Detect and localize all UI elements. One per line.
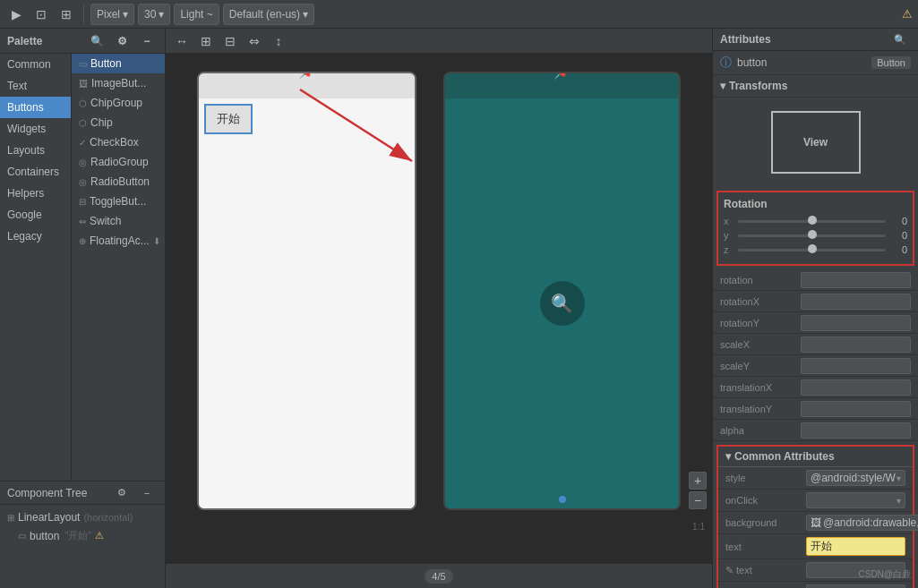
search-circle: 🔍 — [540, 281, 585, 326]
onclick-dropdown-icon[interactable]: ▾ — [897, 496, 901, 506]
view-box: View — [771, 111, 861, 174]
transforms-collapse-icon[interactable]: ▾ — [720, 80, 725, 92]
attr-rotationY: rotationY — [713, 312, 918, 334]
left-panel: Palette 🔍 ⚙ − Common Text Buttons Widget… — [0, 29, 166, 588]
design-tool-3[interactable]: ⊟ — [219, 30, 241, 52]
attr-info-icon[interactable]: ⓘ — [720, 55, 732, 71]
attr-scaleX-value[interactable] — [801, 337, 911, 353]
palette-list: Common Text Buttons Widgets Layouts Cont… — [0, 54, 165, 481]
rotation-y-row: y 0 — [724, 230, 907, 241]
chipgroup-icon: ⬡ — [79, 98, 87, 108]
cat-helpers[interactable]: Helpers — [0, 183, 71, 204]
preview-button[interactable]: 开始 — [206, 106, 251, 132]
zoom-in-btn[interactable]: + — [689, 472, 707, 490]
attr-onclick-value[interactable]: ▾ — [806, 492, 905, 508]
attr-rotationX: rotationX — [713, 291, 918, 312]
tree-linearlayout[interactable]: ⊞ LinearLayout (horizontal) — [0, 508, 165, 526]
tree-settings-icon[interactable]: ⚙ — [111, 482, 133, 504]
view-preview: View — [713, 98, 918, 187]
item-button[interactable]: ▭ Button — [72, 54, 165, 73]
style-dropdown-icon[interactable]: ▾ — [897, 473, 901, 483]
sep1 — [83, 5, 84, 23]
design-tool-4[interactable]: ⇔ — [244, 30, 265, 52]
tree-button[interactable]: ▭ button "开始" ⚠ — [0, 526, 165, 545]
attr-onclick: onClick ▾ — [718, 490, 913, 512]
zoom-out-btn[interactable]: − — [689, 491, 707, 509]
linearlayout-icon: ⊞ — [7, 513, 14, 523]
attr-rotationY-value[interactable] — [801, 315, 911, 331]
attr-search-icon[interactable]: 🔍 — [889, 29, 911, 50]
attr-alpha-value[interactable] — [801, 422, 911, 439]
design-tool-5[interactable]: ↕ — [268, 30, 289, 52]
rotation-z-row: z 0 — [724, 244, 907, 255]
attr-translationY-value[interactable] — [801, 401, 911, 417]
top-toolbar: ▶ ⊡ ⊞ Pixel ▾ 30 ▾ Light ~ Default (en-u… — [0, 0, 918, 29]
imagebutton-icon: 🖼 — [79, 79, 88, 89]
zoom-dropdown[interactable]: 30 ▾ — [138, 4, 170, 25]
theme-dropdown[interactable]: Light ~ — [174, 4, 219, 25]
cat-layouts[interactable]: Layouts — [0, 140, 71, 161]
attr-text-value[interactable]: 开始 — [806, 537, 905, 556]
item-chip[interactable]: ⬡ Chip — [72, 113, 165, 132]
attr-rotationX-value[interactable] — [801, 294, 911, 310]
transforms-header: ▾ Transforms — [713, 75, 918, 98]
cat-containers[interactable]: Containers — [0, 161, 71, 183]
palette-header: Palette 🔍 ⚙ − — [0, 29, 165, 54]
pin-icon: 📌 — [298, 72, 316, 80]
attr-rotation-value[interactable] — [801, 272, 911, 288]
palette-settings-icon[interactable]: ⚙ — [111, 30, 133, 52]
item-togglebutton[interactable]: ⊟ ToggleBut... — [72, 192, 165, 211]
attr-contentdesc-value[interactable] — [806, 584, 905, 588]
attr-background-value[interactable]: 🖼 @android:drawable, — [806, 515, 918, 531]
phone-preview-dark: 📌 🔍 — [443, 72, 681, 510]
cat-buttons[interactable]: Buttons — [0, 97, 71, 118]
attr-translationX-value[interactable] — [801, 379, 911, 396]
background-img-icon: 🖼 — [811, 516, 821, 529]
item-radiogroup[interactable]: ◎ RadioGroup — [72, 152, 165, 172]
cat-text[interactable]: Text — [0, 75, 71, 97]
cat-google[interactable]: Google — [0, 204, 71, 226]
attr-scaleY-value[interactable] — [801, 358, 911, 374]
tree-warn-icon: ⚠ — [95, 530, 104, 541]
attr-tab-button[interactable]: Button — [871, 56, 911, 69]
attr-style: style @android:style/W ▾ — [718, 467, 913, 490]
attr-contentdescription: contentDescripti... — [718, 582, 913, 588]
locale-dropdown[interactable]: Default (en-us) ▾ — [223, 4, 314, 25]
palette-categories: Common Text Buttons Widgets Layouts Cont… — [0, 54, 72, 481]
item-chipgroup[interactable]: ⬡ ChipGroup — [72, 93, 165, 113]
watermark: CSDN@白鹿 — [859, 568, 912, 581]
rotation-y-slider[interactable] — [738, 234, 886, 237]
pin2-icon: 📌 — [553, 72, 571, 80]
warning-icon[interactable]: ⚠ — [902, 7, 913, 21]
item-checkbox[interactable]: ✓ CheckBox — [72, 132, 165, 152]
item-floatingaction[interactable]: ⊕ FloatingAc... ⬇ — [72, 231, 165, 251]
common-attributes-section: ▾ Common Attributes style @android:style… — [716, 445, 914, 588]
split-icon[interactable]: ⊞ — [56, 4, 77, 25]
tree-minimize-icon[interactable]: − — [136, 482, 158, 504]
pixel-dropdown[interactable]: Pixel ▾ — [90, 4, 134, 25]
cat-legacy[interactable]: Legacy — [0, 226, 71, 247]
design-tool-2[interactable]: ⊞ — [195, 30, 217, 52]
blue-dot — [559, 496, 566, 503]
common-collapse-icon[interactable]: ▾ — [725, 450, 731, 463]
attr-style-value[interactable]: @android:style/W ▾ — [806, 470, 905, 486]
cat-common[interactable]: Common — [0, 54, 71, 75]
radiobutton-icon: ◎ — [79, 177, 87, 187]
item-radiobutton[interactable]: ◎ RadioButton — [72, 172, 165, 192]
run-icon[interactable]: ▶ — [5, 4, 27, 25]
design-icon[interactable]: ⊡ — [30, 4, 52, 25]
rotation-z-slider[interactable] — [738, 249, 886, 251]
phone-content: 开始 — [199, 98, 415, 508]
radiogroup-icon: ◎ — [79, 158, 87, 167]
bottom-toolbar: 4/5 — [166, 563, 712, 588]
cat-widgets[interactable]: Widgets — [0, 118, 71, 140]
rotation-x-slider[interactable] — [738, 220, 886, 223]
design-tool-1[interactable]: ↔ — [171, 30, 193, 52]
item-imagebutton[interactable]: 🖼 ImageBut... — [72, 73, 165, 93]
item-switch[interactable]: ⇔ Switch — [72, 211, 165, 231]
common-attr-header: ▾ Common Attributes — [718, 447, 913, 467]
phone-preview-light: 📌 开始 — [197, 72, 416, 510]
palette-minimize-icon[interactable]: − — [136, 30, 158, 52]
attr-background: background 🖼 @android:drawable, — [718, 512, 913, 534]
palette-search-icon[interactable]: 🔍 — [86, 30, 107, 52]
